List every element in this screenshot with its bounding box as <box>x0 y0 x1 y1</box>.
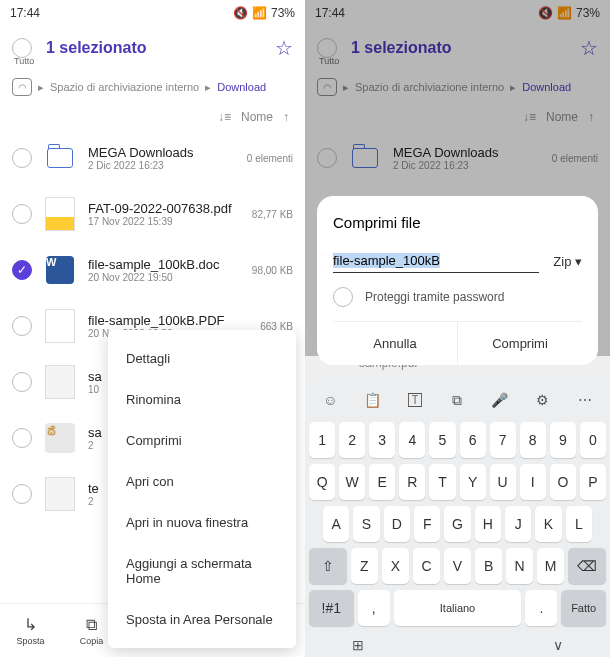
file-row[interactable]: FAT-09-2022-007638.pdf17 Nov 2022 15:398… <box>0 186 305 242</box>
comma-key[interactable]: , <box>358 590 390 626</box>
select-all-checkbox[interactable] <box>12 38 32 58</box>
toolbar-icon: ↳ <box>24 615 37 634</box>
key-2[interactable]: 2 <box>339 422 365 458</box>
clipboard-icon[interactable]: 📋 <box>359 387 387 413</box>
key-6[interactable]: 6 <box>460 422 486 458</box>
file-size: 82,77 KB <box>252 209 293 220</box>
key-c[interactable]: C <box>413 548 440 584</box>
confirm-button[interactable]: Comprimi <box>458 322 582 365</box>
key-j[interactable]: J <box>505 506 531 542</box>
menu-item[interactable]: Rinomina <box>108 379 296 420</box>
sort-direction-icon[interactable]: ↑ <box>283 110 289 124</box>
key-a[interactable]: A <box>323 506 349 542</box>
key-o[interactable]: O <box>550 464 576 500</box>
key-x[interactable]: X <box>382 548 409 584</box>
file-icon <box>44 478 76 510</box>
key-n[interactable]: N <box>506 548 533 584</box>
key-z[interactable]: Z <box>351 548 378 584</box>
menu-item[interactable]: Sposta in Area Personale <box>108 599 296 640</box>
format-dropdown[interactable]: Zip ▾ <box>553 254 582 269</box>
menu-item[interactable]: Apri con <box>108 461 296 502</box>
favorite-icon[interactable]: ☆ <box>275 36 293 60</box>
file-checkbox[interactable] <box>12 148 32 168</box>
shift-key[interactable]: ⇧ <box>309 548 347 584</box>
key-l[interactable]: L <box>566 506 592 542</box>
status-time: 17:44 <box>10 6 40 20</box>
key-7[interactable]: 7 <box>490 422 516 458</box>
key-g[interactable]: G <box>444 506 470 542</box>
period-key[interactable]: . <box>525 590 557 626</box>
key-0[interactable]: 0 <box>580 422 606 458</box>
symbols-key[interactable]: !#1 <box>309 590 354 626</box>
key-r[interactable]: R <box>399 464 425 500</box>
file-name: FAT-09-2022-007638.pdf <box>88 201 240 216</box>
file-row[interactable]: Wfile-sample_100kB.doc20 Nov 2022 19:509… <box>0 242 305 298</box>
key-s[interactable]: S <box>353 506 379 542</box>
key-v[interactable]: V <box>444 548 471 584</box>
breadcrumb-path[interactable]: Spazio di archiviazione interno <box>50 81 199 93</box>
file-checkbox[interactable] <box>12 428 32 448</box>
key-9[interactable]: 9 <box>550 422 576 458</box>
selection-header: 1 selezionato ☆ <box>0 26 305 70</box>
emoji-icon[interactable]: ☺ <box>316 387 344 413</box>
key-k[interactable]: K <box>535 506 561 542</box>
key-p[interactable]: P <box>580 464 606 500</box>
nav-recent[interactable]: ⊞ <box>352 637 364 653</box>
key-b[interactable]: B <box>475 548 502 584</box>
file-checkbox[interactable] <box>12 260 32 280</box>
space-key[interactable]: Italiano <box>394 590 522 626</box>
more-icon[interactable]: ⋯ <box>571 387 599 413</box>
chevron-icon: ▸ <box>38 81 44 94</box>
file-checkbox[interactable] <box>12 316 32 336</box>
sort-bar[interactable]: ↓≡ Nome ↑ <box>0 104 305 130</box>
key-e[interactable]: E <box>369 464 395 500</box>
file-icon <box>44 366 76 398</box>
sort-label[interactable]: Nome <box>241 110 273 124</box>
menu-item[interactable]: Comprimi <box>108 420 296 461</box>
breadcrumb[interactable]: ◠ ▸ Spazio di archiviazione interno ▸ Do… <box>0 70 305 104</box>
filename-input[interactable]: file-sample_100kB <box>333 249 539 273</box>
key-y[interactable]: Y <box>460 464 486 500</box>
home-icon[interactable]: ◠ <box>12 78 32 96</box>
file-name: file-sample_100kB.doc <box>88 257 240 272</box>
key-h[interactable]: H <box>475 506 501 542</box>
key-i[interactable]: I <box>520 464 546 500</box>
mic-icon[interactable]: 🎤 <box>486 387 514 413</box>
cancel-button[interactable]: Annulla <box>333 322 458 365</box>
key-d[interactable]: D <box>384 506 410 542</box>
file-name: file-sample_100kB.PDF <box>88 313 248 328</box>
backspace-key[interactable]: ⌫ <box>568 548 606 584</box>
gear-icon[interactable]: ⚙ <box>528 387 556 413</box>
soft-keyboard: ☺ 📋 🅃 ⧉ 🎤 ⚙ ⋯ 1234567890 QWERTYUIOP ASDF… <box>305 377 610 657</box>
file-row[interactable]: MEGA Downloads2 Dic 2022 16:230 elementi <box>0 130 305 186</box>
key-f[interactable]: F <box>414 506 440 542</box>
toolbar-sposta[interactable]: ↳Sposta <box>0 604 61 657</box>
password-checkbox[interactable] <box>333 287 353 307</box>
key-u[interactable]: U <box>490 464 516 500</box>
key-q[interactable]: Q <box>309 464 335 500</box>
key-8[interactable]: 8 <box>520 422 546 458</box>
toolbar-label: Copia <box>80 636 104 646</box>
nav-back[interactable]: ∨ <box>553 637 563 653</box>
done-key[interactable]: Fatto <box>561 590 606 626</box>
file-checkbox[interactable] <box>12 204 32 224</box>
menu-item[interactable]: Apri in nuova finestra <box>108 502 296 543</box>
battery-text: 73% <box>271 6 295 20</box>
key-m[interactable]: M <box>537 548 564 584</box>
menu-item[interactable]: Dettagli <box>108 338 296 379</box>
menu-item[interactable]: Aggiungi a schermata Home <box>108 543 296 599</box>
key-4[interactable]: 4 <box>399 422 425 458</box>
key-w[interactable]: W <box>339 464 365 500</box>
key-t[interactable]: T <box>429 464 455 500</box>
sort-icon: ↓≡ <box>218 110 231 124</box>
file-checkbox[interactable] <box>12 484 32 504</box>
scan-icon[interactable]: ⧉ <box>443 387 471 413</box>
key-1[interactable]: 1 <box>309 422 335 458</box>
key-5[interactable]: 5 <box>429 422 455 458</box>
breadcrumb-current[interactable]: Download <box>217 81 266 93</box>
file-checkbox[interactable] <box>12 372 32 392</box>
text-icon[interactable]: 🅃 <box>401 387 429 413</box>
file-size: 98,00 KB <box>252 265 293 276</box>
key-3[interactable]: 3 <box>369 422 395 458</box>
toolbar-icon: ⧉ <box>86 616 97 634</box>
